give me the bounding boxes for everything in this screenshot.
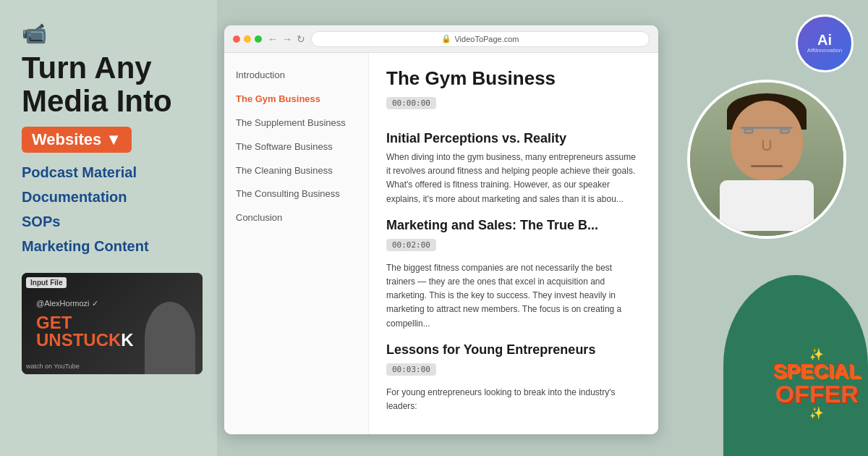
dot-yellow — [244, 35, 251, 43]
face-container — [720, 93, 814, 231]
dot-red — [233, 35, 240, 43]
section-text-3: For young entrepreneurs looking to break… — [386, 386, 641, 413]
glasses-bar — [741, 127, 793, 129]
nav-item-intro[interactable]: Introduction — [224, 64, 368, 88]
headline-text: Turn Any Media Into — [22, 51, 172, 118]
get-text: GET — [36, 313, 72, 332]
section-text-2: The biggest fitness companies are not ne… — [386, 261, 641, 331]
section-3-time-badge: 00:03:00 — [386, 363, 436, 376]
main-headline: Turn Any Media Into — [22, 51, 203, 118]
content-main-title: The Gym Business — [386, 67, 641, 90]
ai-main-text: Ai — [817, 33, 832, 47]
main-time-badge: 00:00:00 — [386, 97, 436, 109]
dot-green — [255, 35, 262, 43]
websites-label: Websites — [32, 130, 101, 149]
video-thumbnail[interactable]: Input File @AlexHormozi ✓ GET UNSTUCKK w… — [22, 273, 203, 374]
section-title-3: Lessons for Young Entrepreneurs — [386, 342, 641, 358]
browser-nav[interactable]: ← → ↻ — [268, 33, 305, 45]
nav-item-software[interactable]: The Software Business — [224, 135, 368, 159]
browser-dots — [233, 35, 262, 43]
person-photo-bg — [690, 83, 843, 236]
sidebar-nav: Introduction The Gym Business The Supple… — [224, 53, 369, 434]
browser-body: Introduction The Gym Business The Supple… — [224, 53, 658, 434]
nose-shape — [762, 140, 771, 151]
special-offer-badge: ✨ SPECIAL OFFER ✨ — [773, 347, 861, 420]
browser-window: ← → ↻ 🔒 VideoToPage.com Introduction The… — [224, 25, 658, 434]
right-panel: Ai AffiInnovation — [651, 0, 868, 456]
ai-sub-text: AffiInnovation — [807, 47, 842, 54]
watch-youtube-label: watch on YouTube — [26, 363, 80, 370]
back-icon[interactable]: ← — [268, 33, 278, 45]
browser-chrome: ← → ↻ 🔒 VideoToPage.com — [224, 25, 658, 53]
section-text-1: When diving into the gym business, many … — [386, 151, 641, 206]
section-2-time-badge: 00:02:00 — [386, 239, 436, 251]
content-area: The Gym Business 00:00:00 Initial Percep… — [369, 53, 658, 434]
sparkle-right: ✨ — [809, 407, 824, 419]
nav-item-supplement[interactable]: The Supplement Business — [224, 111, 368, 135]
lock-icon: 🔒 — [441, 34, 451, 43]
section-title-1: Initial Perceptions vs. Reality — [386, 131, 641, 146]
right-eye — [780, 128, 790, 134]
list-item-sops: SOPs — [22, 209, 203, 234]
dropdown-arrow-icon: ▼ — [106, 130, 122, 149]
section-title-2: Marketing and Sales: The True B... — [386, 218, 641, 233]
sparkle-left: ✨ — [809, 348, 824, 360]
unstuck-text: UNSTUCK — [36, 330, 121, 350]
nav-item-gym[interactable]: The Gym Business — [224, 88, 368, 111]
ai-badge: Ai AffiInnovation — [796, 14, 854, 72]
mouth-shape — [751, 165, 783, 167]
thumbnail-label: Input File — [26, 277, 67, 288]
forward-icon[interactable]: → — [282, 33, 292, 45]
special-text: SPECIAL — [773, 361, 861, 381]
url-bar[interactable]: 🔒 VideoToPage.com — [311, 31, 650, 47]
left-eye — [744, 128, 754, 134]
url-text: VideoToPage.com — [454, 35, 519, 43]
refresh-icon[interactable]: ↻ — [297, 33, 305, 45]
list-item-marketing: Marketing Content — [22, 234, 203, 258]
offer-text: OFFER — [773, 381, 861, 406]
yt-username: @AlexHormozi ✓ — [36, 299, 98, 308]
nav-item-conclusion[interactable]: Conclusion — [224, 206, 368, 230]
shirt-shape — [720, 180, 814, 231]
nav-item-consulting[interactable]: The Consulting Business — [224, 182, 368, 206]
video-title: GET UNSTUCKK — [36, 314, 134, 349]
person-avatar — [687, 80, 846, 239]
feature-list: Podcast Material Documentation SOPs Mark… — [22, 160, 203, 258]
list-item-docs: Documentation — [22, 185, 203, 209]
nav-item-cleaning[interactable]: The Cleaning Business — [224, 159, 368, 183]
left-panel: 📹 Turn Any Media Into Websites ▼ Podcast… — [0, 0, 217, 456]
list-item-podcast: Podcast Material — [22, 160, 203, 185]
video-icon: 📹 — [22, 22, 203, 46]
silhouette-image — [145, 302, 195, 374]
websites-badge[interactable]: Websites ▼ — [22, 127, 132, 153]
face-skin — [731, 101, 803, 180]
